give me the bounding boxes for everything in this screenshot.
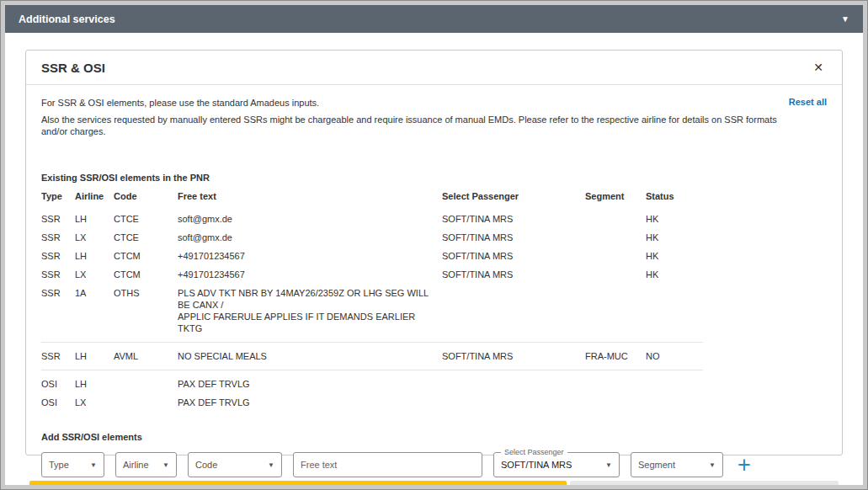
- cell-passenger: SOFT/TINA MRS: [442, 343, 585, 370]
- panel-title: SSR & OSI: [41, 61, 105, 75]
- cell-free-text: PAX DEF TRVLG: [178, 370, 442, 394]
- cell-airline: LX: [75, 393, 114, 412]
- intro-line-1: For SSR & OSI elements, please use the s…: [41, 97, 789, 109]
- cell-segment: [585, 265, 646, 284]
- chevron-down-icon: ▼: [268, 461, 274, 469]
- chevron-down-icon: ▼: [90, 461, 97, 469]
- chevron-down-icon[interactable]: ▼: [841, 14, 849, 24]
- intro-line-2: Also the services requested by manually …: [41, 114, 789, 137]
- add-elements-form: Type ▼ Airline ▼ Code ▼ S: [41, 452, 827, 477]
- chevron-down-icon: ▼: [605, 461, 612, 469]
- cell-code: [114, 370, 178, 394]
- column-header-code: Code: [114, 191, 178, 210]
- cell-segment: FRA-MUC: [585, 343, 646, 370]
- cell-free-text: soft@gmx.de: [178, 228, 442, 247]
- cell-code: [114, 393, 178, 412]
- passenger-select-value: SOFT/TINA MRS: [501, 460, 572, 470]
- additional-services-header[interactable]: Additional services ▼: [5, 5, 863, 33]
- cell-airline: LH: [75, 370, 114, 394]
- cell-segment: [585, 210, 646, 228]
- existing-table-body: SSR LH CTCE soft@gmx.de SOFT/TINA MRS HK…: [41, 210, 703, 412]
- intro-text: For SSR & OSI elements, please use the s…: [41, 95, 789, 142]
- proceed-button[interactable]: Proceed: [29, 481, 567, 485]
- table-row: SSR LH CTCM +491701234567 SOFT/TINA MRS …: [41, 247, 703, 265]
- cell-code: CTCM: [114, 265, 178, 284]
- cell-airline: LX: [75, 265, 114, 284]
- cell-type: SSR: [41, 265, 75, 284]
- segment-select[interactable]: Segment ▼: [631, 452, 723, 477]
- cell-code: AVML: [114, 343, 178, 370]
- cell-segment: [585, 228, 646, 247]
- table-row: SSR LH CTCE soft@gmx.de SOFT/TINA MRS HK: [41, 210, 703, 228]
- cell-type: OSI: [41, 370, 75, 394]
- panel-footer: Proceed Discard changes: [26, 477, 842, 485]
- panel-header: SSR & OSI ✕: [26, 51, 842, 85]
- cell-type: SSR: [41, 247, 75, 265]
- existing-elements-table: Type Airline Code Free text Select Passe…: [41, 191, 703, 412]
- cell-segment: [585, 370, 646, 394]
- cell-segment: [585, 247, 646, 265]
- cell-free-text: +491701234567: [178, 247, 442, 265]
- cell-passenger: SOFT/TINA MRS: [442, 265, 585, 284]
- column-header-select-passenger: Select Passenger: [442, 191, 585, 210]
- cell-status: [646, 284, 703, 343]
- chevron-down-icon: ▼: [162, 461, 169, 469]
- cell-free-text: PAX DEF TRVLG: [178, 393, 442, 412]
- cell-status: [646, 370, 703, 394]
- cell-airline: 1A: [75, 284, 114, 343]
- table-row: OSI LH PAX DEF TRVLG: [41, 370, 703, 394]
- airline-select[interactable]: Airline ▼: [115, 452, 177, 477]
- cell-code: CTCE: [114, 228, 178, 247]
- cell-free-text: NO SPECIAL MEALS: [178, 343, 442, 370]
- code-select[interactable]: Code ▼: [188, 452, 282, 477]
- existing-elements-heading: Existing SSR/OSI elements in the PNR: [41, 173, 827, 183]
- cell-type: SSR: [41, 210, 75, 228]
- column-header-segment: Segment: [585, 191, 646, 210]
- cell-code: OTHS: [114, 284, 178, 343]
- table-row: OSI LX PAX DEF TRVLG: [41, 393, 703, 412]
- additional-services-title: Additional services: [19, 13, 115, 25]
- table-row: SSR LX CTCM +491701234567 SOFT/TINA MRS …: [41, 265, 703, 284]
- cell-status: HK: [646, 247, 703, 265]
- column-header-status: Status: [646, 191, 703, 210]
- cell-passenger: SOFT/TINA MRS: [442, 210, 585, 228]
- column-header-free-text: Free text: [178, 191, 442, 210]
- cell-passenger: [442, 370, 585, 394]
- reset-all-link[interactable]: Reset all: [789, 97, 827, 107]
- add-elements-heading: Add SSR/OSI elements: [41, 432, 827, 442]
- cell-passenger: SOFT/TINA MRS: [442, 228, 585, 247]
- cell-free-text: soft@gmx.de: [178, 210, 442, 228]
- panel-body: For SSR & OSI elements, please use the s…: [26, 85, 842, 477]
- cell-airline: LX: [75, 228, 114, 247]
- ssr-osi-panel: SSR & OSI ✕ For SSR & OSI elements, plea…: [25, 50, 843, 455]
- window: Additional services ▼ SSR & OSI ✕ For SS…: [0, 0, 868, 490]
- table-row: SSR LH AVML NO SPECIAL MEALS SOFT/TINA M…: [41, 343, 703, 370]
- free-text-input[interactable]: [293, 452, 482, 477]
- segment-select-value: Segment: [638, 460, 675, 470]
- column-header-airline: Airline: [75, 191, 114, 210]
- cell-status: NO: [646, 343, 703, 370]
- page: Additional services ▼ SSR & OSI ✕ For SS…: [5, 5, 863, 485]
- discard-button[interactable]: Discard changes: [570, 481, 839, 485]
- cell-type: SSR: [41, 228, 75, 247]
- cell-passenger: SOFT/TINA MRS: [442, 247, 585, 265]
- close-icon[interactable]: ✕: [810, 59, 827, 76]
- cell-airline: LH: [75, 343, 114, 370]
- column-header-type: Type: [41, 191, 75, 210]
- table-row: SSR 1A OTHS PLS ADV TKT NBR BY 14MAY26/2…: [41, 284, 703, 343]
- type-select[interactable]: Type ▼: [41, 452, 104, 477]
- cell-status: HK: [646, 228, 703, 247]
- cell-type: OSI: [41, 393, 75, 412]
- passenger-select[interactable]: Select Passenger SOFT/TINA MRS ▼: [493, 452, 620, 477]
- content-area: SSR & OSI ✕ For SSR & OSI elements, plea…: [5, 33, 863, 455]
- cell-passenger: [442, 284, 585, 343]
- add-element-plus-button[interactable]: +: [738, 454, 751, 476]
- cell-type: SSR: [41, 284, 75, 343]
- airline-select-value: Airline: [123, 460, 149, 470]
- cell-type: SSR: [41, 343, 75, 370]
- cell-free-text: PLS ADV TKT NBR BY 14MAY26/2359Z OR LHG …: [178, 284, 442, 343]
- cell-status: [646, 393, 703, 412]
- code-select-value: Code: [195, 460, 217, 470]
- table-row: SSR LX CTCE soft@gmx.de SOFT/TINA MRS HK: [41, 228, 703, 247]
- cell-segment: [585, 393, 646, 412]
